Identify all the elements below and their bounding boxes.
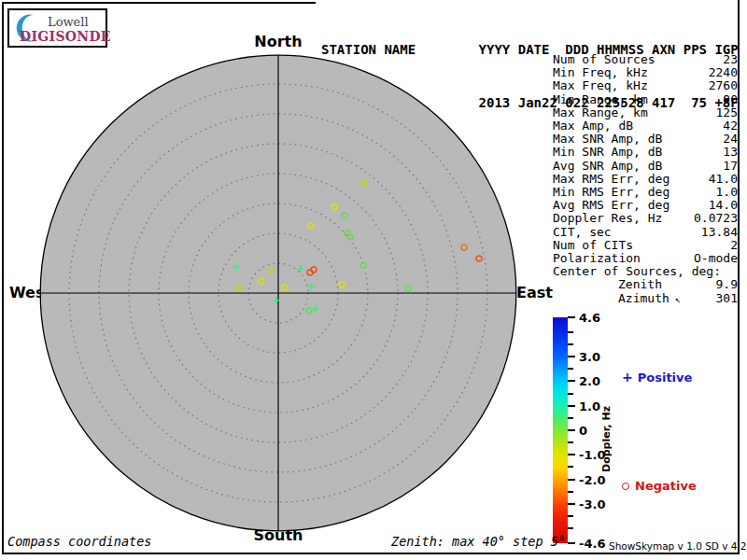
colorbar-major-tick (568, 503, 575, 505)
info-row: CIT, sec13.84 (553, 226, 738, 239)
colorbar-major-tick (568, 356, 575, 357)
colorbar-minor-tick (568, 466, 573, 468)
colorbar-tick-label: 3.0 (579, 350, 600, 364)
colorbar-major-tick (568, 380, 575, 382)
colorbar-minor-tick (568, 515, 573, 517)
info-row: PolarizationO-mode (553, 252, 738, 265)
azimuth-direction-icon: ↖ (669, 294, 681, 304)
plus-symbol-icon: + (622, 370, 633, 385)
logo-lowell-text: Lowell (48, 15, 89, 29)
colorbar-tick-label: 4.6 (579, 311, 600, 325)
colorbar-tick-label: 0 (579, 424, 587, 438)
compass-label-east: East (516, 284, 553, 301)
colorbar-major-tick (568, 405, 575, 407)
info-row: Max SNR Amp, dB24 (553, 133, 738, 146)
measurement-info-panel: Num of Sources23Min Freq, kHz2240Max Fre… (553, 53, 738, 306)
circle-symbol-icon (622, 483, 629, 490)
colorbar-minor-tick (568, 417, 573, 419)
colorbar-minor-tick (568, 491, 573, 493)
info-row: Max Range, km125 (553, 106, 738, 119)
frame-left (2, 2, 4, 554)
info-row: Min Range, km90 (553, 93, 738, 106)
info-row: Azimuth ↖301 (553, 292, 738, 306)
colorbar-tick-label: 1.0 (579, 399, 600, 413)
legend-positive-label: Positive (638, 371, 693, 385)
colorbar-major-tick (568, 542, 575, 544)
info-row: Center of Sources, deg: (553, 265, 738, 278)
info-row: Avg RMS Err, deg14.0 (553, 199, 738, 212)
colorbar-minor-tick (568, 368, 573, 370)
colorbar-major-tick (568, 454, 575, 455)
colorbar-major-tick (568, 316, 575, 318)
info-row: Avg SNR Amp, dB17 (553, 160, 738, 173)
colorbar-tick-label: 2.0 (579, 374, 600, 388)
info-row: Min Freq, kHz2240 (553, 66, 738, 79)
colorbar-minor-tick (568, 393, 573, 395)
info-row: Max Amp, dB42 (553, 119, 738, 133)
footer-zenith-scale-note: Zenith: max 40° step 5° (391, 534, 566, 549)
info-row: Num of CITs2 (553, 239, 738, 252)
legend-negative-label: Negative (635, 479, 697, 493)
colorbar-tick-label: -4.6 (579, 537, 605, 551)
info-row: Min RMS Err, deg1.0 (553, 186, 738, 199)
doppler-colorbar (553, 317, 568, 543)
colorbar-axis-label: Doppler, Hz (600, 369, 615, 509)
colorbar-major-tick (568, 429, 575, 431)
legend-negative: Negative (622, 479, 697, 493)
info-row: Max Freq, kHz2760 (553, 79, 738, 92)
footer-version: ShowSkymap v 1.0 SD v 4.2 (609, 540, 747, 552)
colorbar-major-tick (568, 479, 575, 481)
colorbar-minor-tick (568, 527, 573, 529)
compass-label-north: North (39, 33, 517, 50)
frame-top (2, 2, 316, 4)
info-row: Max RMS Err, deg41.0 (553, 173, 738, 186)
showskymap-window: Lowell DIGISONDE STATION NAME YYYY DATE … (0, 0, 747, 560)
colorbar-minor-tick (568, 343, 573, 345)
skymap-plot (39, 54, 517, 532)
legend-positive: +Positive (622, 370, 692, 385)
frame-bottom (2, 553, 740, 554)
info-row: Min SNR Amp, dB13 (553, 146, 738, 159)
info-row: Doppler Res, Hz0.0723 (553, 212, 738, 225)
colorbar-minor-tick (568, 441, 573, 443)
colorbar-minor-tick (568, 331, 573, 333)
info-row: Num of Sources23 (553, 53, 738, 66)
footer-coordinates-note: Compass coordinates (7, 534, 151, 549)
info-row: Zenith9.9 (553, 278, 738, 291)
